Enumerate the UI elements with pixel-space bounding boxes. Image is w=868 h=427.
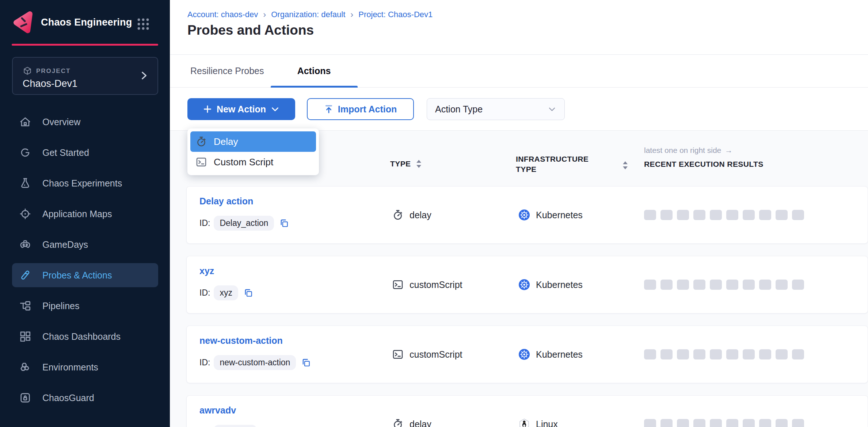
action-id: ID:Delay_action (199, 216, 289, 231)
sidebar-item-label: Environments (42, 362, 98, 373)
sidebar-item-chaosguard[interactable]: ChaosGuard (0, 382, 170, 413)
execution-result-placeholder (693, 349, 705, 359)
execution-result-placeholder (660, 349, 673, 359)
page-title: Probes and Actions (187, 23, 314, 38)
menu-item-custom-script[interactable]: Custom Script (190, 152, 316, 172)
sidebar-item-environments[interactable]: Environments (0, 352, 170, 382)
sidebar-header: Chaos Engineering (0, 0, 170, 44)
menu-item-label: Custom Script (214, 157, 273, 168)
sidebar-item-chaos-experiments[interactable]: Chaos Experiments (0, 168, 170, 199)
project-selector[interactable]: PROJECT Chaos-Dev1 (12, 57, 158, 95)
toolbar: New Action Import Action Action Type (170, 88, 868, 131)
tab-resilience-probes[interactable]: Resilience Probes (187, 55, 267, 87)
sidebar-item-pipelines[interactable]: Pipelines (0, 291, 170, 321)
execution-result-placeholder (660, 419, 673, 427)
breadcrumb: Account: chaos-dev›Organization: default… (187, 9, 433, 20)
sidebar-item-label: Chaos Experiments (42, 178, 122, 189)
table-row[interactable]: Delay actionID:Delay_actiondelayKubernet… (186, 186, 868, 244)
table-row[interactable]: xyzID:xyzcustomScriptKubernetes (186, 256, 868, 313)
pipeline-icon (19, 300, 31, 312)
arrow-right-icon: → (725, 146, 732, 155)
action-name-link[interactable]: awrvadv (199, 405, 236, 416)
sidebar-item-get-started[interactable]: Get Started (0, 137, 170, 168)
column-header-results: RECENT EXECUTION RESULTS (644, 160, 764, 169)
column-header-infrastructure: INFRASTRUCTURE TYPE (516, 154, 607, 175)
execution-result-placeholder (776, 210, 788, 220)
execution-result-placeholder (776, 280, 788, 290)
action-type-select[interactable]: Action Type (427, 98, 565, 120)
stopwatch-icon (392, 209, 404, 221)
sidebar-item-probes-actions[interactable]: Probes & Actions (0, 260, 170, 291)
execution-result-placeholder (644, 419, 656, 427)
sort-icon[interactable] (416, 159, 422, 169)
app-title: Chaos Engineering (41, 17, 132, 28)
new-action-label: New Action (217, 104, 266, 115)
execution-result-placeholder (693, 419, 705, 427)
project-name: Chaos-Dev1 (23, 78, 77, 89)
sidebar-item-label: ChaosGuard (42, 393, 94, 403)
terminal-icon (392, 349, 404, 360)
table-row[interactable]: awrvadvID:awrvadvdelayLinux (186, 395, 868, 427)
cell-label: Kubernetes (536, 349, 583, 360)
sidebar: Chaos Engineering PROJECT Chaos-Dev1 Ove… (0, 0, 170, 427)
new-action-button[interactable]: New Action (187, 98, 295, 120)
execution-result-placeholder (677, 210, 689, 220)
module-grid-icon[interactable] (137, 18, 150, 31)
execution-result-placeholder (759, 349, 771, 359)
copy-icon[interactable] (279, 218, 289, 228)
execution-result-placeholder (726, 280, 738, 290)
cube-icon (23, 66, 32, 76)
target-icon (19, 208, 31, 220)
execution-result-placeholder (759, 210, 771, 220)
sidebar-item-label: Get Started (42, 147, 89, 158)
menu-item-delay[interactable]: Delay (190, 131, 316, 152)
execution-result-placeholder (792, 280, 804, 290)
table-row[interactable]: new-custom-actionID:new-custom-actioncus… (186, 326, 868, 383)
id-value-chip: Delay_action (214, 216, 274, 231)
tab-actions[interactable]: Actions (271, 55, 358, 87)
import-icon (324, 104, 334, 114)
project-label: PROJECT (36, 68, 71, 75)
kubernetes-icon (518, 209, 530, 221)
column-header-type: TYPE (390, 159, 422, 169)
execution-result-placeholder (776, 349, 788, 359)
copy-icon[interactable] (301, 358, 311, 368)
action-name-link[interactable]: new-custom-action (199, 335, 283, 346)
action-name-link[interactable]: Delay action (199, 196, 253, 207)
sidebar-item-gamedays[interactable]: GameDays (0, 229, 170, 260)
sidebar-item-label: Pipelines (42, 301, 79, 311)
copy-icon[interactable] (243, 288, 254, 298)
sidebar-item-chaos-dashboards[interactable]: Chaos Dashboards (0, 321, 170, 352)
execution-result-placeholder (776, 419, 788, 427)
type-cell: delay (392, 396, 431, 427)
stopwatch-icon (195, 136, 207, 147)
cell-label: customScript (410, 280, 462, 290)
recent-execution-results (644, 256, 804, 313)
terminal-icon (195, 156, 207, 168)
page-header: Account: chaos-dev›Organization: default… (170, 0, 868, 55)
action-type-value: Action Type (435, 104, 483, 115)
infrastructure-cell: Linux (518, 396, 558, 427)
sidebar-item-overview[interactable]: Overview (0, 107, 170, 137)
execution-result-placeholder (726, 210, 738, 220)
execution-result-placeholder (677, 280, 689, 290)
chevron-down-icon (548, 105, 556, 114)
breadcrumb-link[interactable]: Account: chaos-dev (187, 10, 258, 19)
breadcrumb-link[interactable]: Organization: default (271, 10, 345, 19)
execution-result-placeholder (677, 419, 689, 427)
id-value-chip: new-custom-action (214, 355, 296, 370)
type-cell: customScript (392, 326, 462, 383)
execution-result-placeholder (710, 349, 722, 359)
breadcrumb-link[interactable]: Project: Chaos-Dev1 (358, 10, 433, 19)
import-action-button[interactable]: Import Action (307, 98, 414, 120)
recent-execution-results (644, 186, 804, 243)
execution-result-placeholder (644, 280, 656, 290)
sort-icon[interactable] (622, 161, 628, 170)
action-name-link[interactable]: xyz (199, 266, 214, 276)
menu-item-label: Delay (214, 136, 238, 147)
execution-result-placeholder (660, 280, 673, 290)
lock-icon (19, 392, 31, 404)
execution-result-placeholder (644, 349, 656, 359)
sidebar-item-application-maps[interactable]: Application Maps (0, 199, 170, 229)
linux-icon (518, 418, 530, 427)
